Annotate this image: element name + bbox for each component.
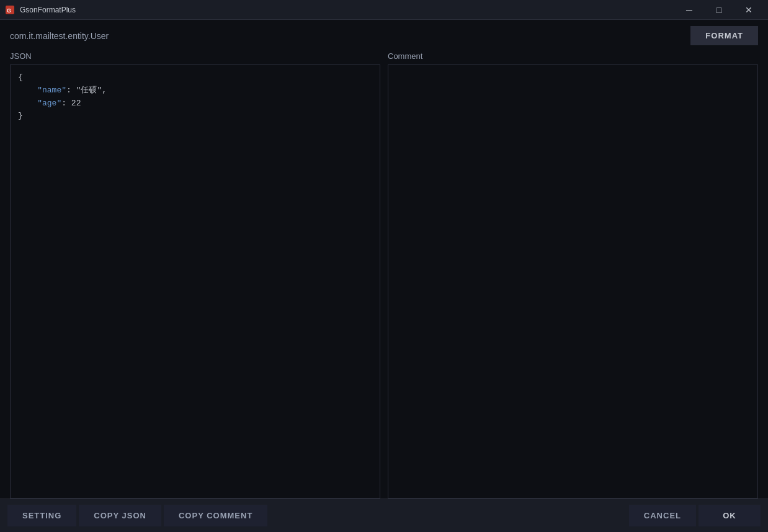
entity-name: com.it.mailtest.entity.User <box>10 31 109 41</box>
title-bar-left: G GsonFormatPlus <box>5 5 76 15</box>
copy-json-button[interactable]: COPY JSON <box>79 505 161 526</box>
ok-button[interactable]: OK <box>699 505 761 526</box>
json-line-1: { <box>18 71 372 84</box>
app-title: GsonFormatPlus <box>20 6 76 14</box>
json-line-2: "name": "任硕", <box>18 84 372 97</box>
cancel-button[interactable]: CANCEL <box>629 505 696 526</box>
minimize-button[interactable]: ─ <box>675 0 703 20</box>
bottom-bar: SETTING COPY JSON COPY COMMENT CANCEL OK <box>0 499 768 532</box>
maximize-button[interactable]: □ <box>705 0 733 20</box>
copy-comment-button[interactable]: COPY COMMENT <box>164 505 267 526</box>
json-line-4: } <box>18 110 372 123</box>
close-button[interactable]: ✕ <box>735 0 763 20</box>
main-content: JSON { "name": "任硕", "age": 22 } Comment <box>0 51 768 499</box>
format-button[interactable]: FORMAT <box>690 26 758 45</box>
title-bar-controls: ─ □ ✕ <box>675 0 763 20</box>
json-panel: JSON { "name": "任硕", "age": 22 } <box>10 51 380 499</box>
app-icon: G <box>5 5 15 15</box>
json-line-3: "age": 22 <box>18 97 372 110</box>
comment-label: Comment <box>388 51 758 61</box>
title-bar: G GsonFormatPlus ─ □ ✕ <box>0 0 768 20</box>
json-label: JSON <box>10 51 380 61</box>
comment-panel: Comment <box>388 51 758 499</box>
bottom-right-buttons: CANCEL OK <box>629 505 761 526</box>
bottom-left-buttons: SETTING COPY JSON COPY COMMENT <box>7 505 267 526</box>
setting-button[interactable]: SETTING <box>7 505 76 526</box>
comment-editor[interactable] <box>388 64 758 499</box>
top-bar: com.it.mailtest.entity.User FORMAT <box>0 20 768 51</box>
json-editor[interactable]: { "name": "任硕", "age": 22 } <box>10 64 380 499</box>
svg-text:G: G <box>7 7 11 14</box>
